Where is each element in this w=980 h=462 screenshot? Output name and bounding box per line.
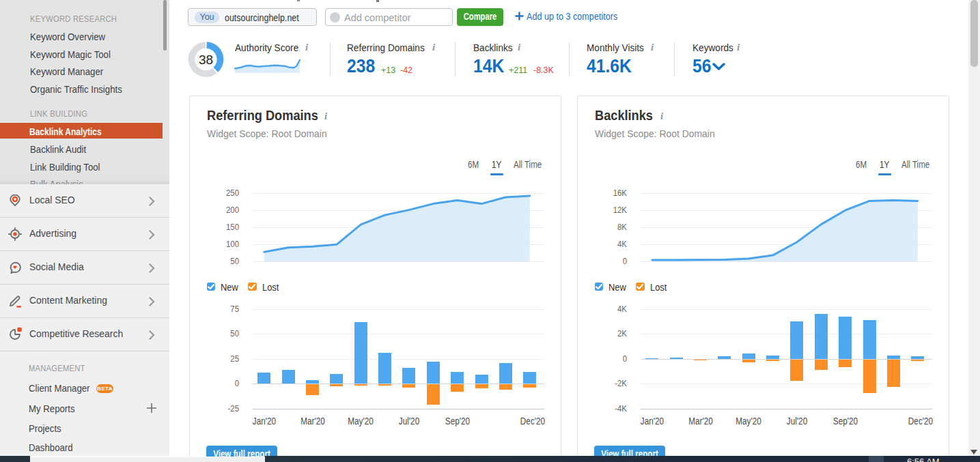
svg-text:38: 38 <box>199 53 213 67</box>
